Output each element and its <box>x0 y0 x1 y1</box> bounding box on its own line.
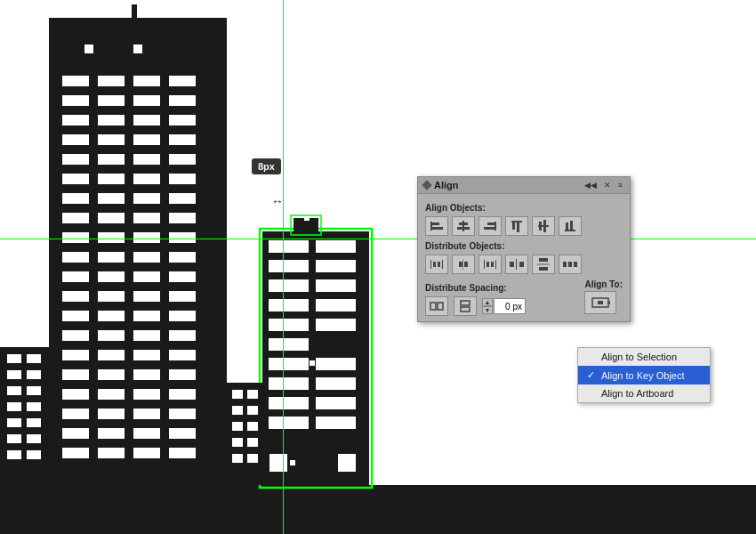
dist-center-h-btn[interactable] <box>452 255 475 274</box>
align-panel-header: Align ◀◀ ✕ ≡ <box>418 177 630 194</box>
svg-rect-79 <box>98 428 125 439</box>
svg-rect-169 <box>510 262 514 267</box>
svg-rect-28 <box>133 174 160 184</box>
svg-rect-161 <box>438 262 440 267</box>
align-right-btn[interactable] <box>479 216 502 236</box>
svg-rect-97 <box>7 434 21 443</box>
svg-rect-175 <box>563 262 567 267</box>
dropdown-item-align-key-object[interactable]: ✓ Align to Key Object <box>578 366 710 384</box>
svg-rect-156 <box>566 222 568 230</box>
svg-rect-131 <box>247 390 258 399</box>
svg-rect-5 <box>132 4 137 22</box>
align-center-v-btn[interactable] <box>532 216 555 236</box>
align-to-label: Align To: <box>584 279 623 289</box>
align-to-btn[interactable] <box>584 291 616 314</box>
spinner-up-btn[interactable]: ▲ <box>482 298 493 306</box>
svg-rect-147 <box>487 222 495 225</box>
svg-rect-77 <box>169 409 196 419</box>
svg-rect-45 <box>169 252 196 263</box>
panel-menu-btn[interactable]: ≡ <box>616 181 624 190</box>
svg-rect-62 <box>62 350 89 360</box>
svg-rect-83 <box>98 448 125 458</box>
align-bottom-btn[interactable] <box>559 216 582 236</box>
svg-rect-157 <box>570 221 573 230</box>
svg-rect-34 <box>62 213 89 223</box>
dist-spacing-v-box-btn[interactable] <box>454 296 477 316</box>
dist-spacing-box-btn[interactable] <box>425 296 448 316</box>
dist-spacing-v-btn[interactable] <box>532 255 555 274</box>
spacing-input[interactable]: 0 px <box>494 298 526 314</box>
svg-rect-98 <box>27 434 41 443</box>
svg-rect-177 <box>574 262 577 267</box>
align-panel-title: Align <box>423 180 459 190</box>
svg-rect-116 <box>316 358 356 370</box>
svg-rect-112 <box>316 319 356 331</box>
svg-rect-18 <box>62 134 89 145</box>
check-key-object: ✓ <box>587 369 598 381</box>
svg-rect-56 <box>133 311 160 321</box>
svg-rect-33 <box>169 193 196 204</box>
svg-rect-12 <box>133 95 160 106</box>
svg-rect-39 <box>98 232 125 243</box>
vertical-guideline <box>283 0 284 534</box>
svg-rect-84 <box>133 448 160 458</box>
svg-rect-23 <box>98 154 125 165</box>
svg-rect-36 <box>133 213 160 223</box>
dist-right-btn[interactable] <box>479 255 502 274</box>
canvas-area: 8px ↔ Align ◀◀ ✕ ≡ Align Objects: <box>0 0 756 534</box>
svg-rect-71 <box>98 389 125 400</box>
svg-rect-121 <box>269 417 309 429</box>
svg-rect-70 <box>62 389 89 400</box>
dist-spacing-2-btn[interactable] <box>559 255 582 274</box>
svg-rect-58 <box>62 330 89 341</box>
svg-rect-22 <box>62 154 89 165</box>
dist-spacing-h-btn[interactable] <box>505 255 528 274</box>
align-objects-row <box>425 216 623 236</box>
svg-rect-150 <box>512 222 515 230</box>
svg-rect-6 <box>62 76 89 86</box>
svg-rect-179 <box>438 303 443 310</box>
svg-rect-155 <box>565 230 575 231</box>
align-to-section: Align To: <box>584 279 623 314</box>
svg-rect-120 <box>316 397 356 409</box>
svg-rect-27 <box>98 174 125 184</box>
svg-rect-55 <box>98 311 125 321</box>
svg-rect-14 <box>62 115 89 125</box>
svg-rect-3 <box>84 44 93 53</box>
svg-rect-127 <box>304 215 310 221</box>
svg-rect-95 <box>7 418 21 427</box>
svg-rect-57 <box>169 311 196 321</box>
spinner-down-btn[interactable]: ▼ <box>482 306 493 314</box>
horizontal-guideline <box>0 239 756 239</box>
svg-rect-159 <box>442 260 443 269</box>
svg-rect-68 <box>133 369 160 380</box>
svg-rect-80 <box>133 428 160 439</box>
spacing-input-group: ▲ ▼ 0 px <box>482 298 526 314</box>
svg-rect-38 <box>62 232 89 243</box>
panel-diamond-icon <box>422 180 431 190</box>
svg-rect-118 <box>316 377 356 390</box>
svg-rect-142 <box>432 227 443 230</box>
svg-rect-178 <box>430 303 436 310</box>
align-center-h-btn[interactable] <box>452 216 475 236</box>
svg-rect-114 <box>310 360 315 366</box>
svg-rect-72 <box>133 389 160 400</box>
dist-left-btn[interactable] <box>425 255 448 274</box>
svg-rect-176 <box>568 262 572 267</box>
svg-rect-162 <box>462 259 463 270</box>
svg-rect-59 <box>98 330 125 341</box>
panel-collapse-btn[interactable]: ◀◀ <box>583 181 599 190</box>
svg-rect-73 <box>169 389 196 400</box>
align-top-btn[interactable] <box>505 216 528 236</box>
svg-rect-99 <box>7 450 21 459</box>
align-left-btn[interactable] <box>425 216 448 236</box>
svg-rect-48 <box>133 271 160 282</box>
dropdown-item-align-selection[interactable]: Align to Selection <box>578 348 710 366</box>
svg-rect-134 <box>232 422 243 431</box>
svg-rect-74 <box>62 409 89 419</box>
svg-rect-54 <box>62 311 89 321</box>
svg-rect-65 <box>169 350 196 360</box>
dropdown-item-align-artboard[interactable]: Align to Artboard <box>578 384 710 402</box>
svg-rect-69 <box>169 369 196 380</box>
panel-close-btn[interactable]: ✕ <box>602 181 613 190</box>
